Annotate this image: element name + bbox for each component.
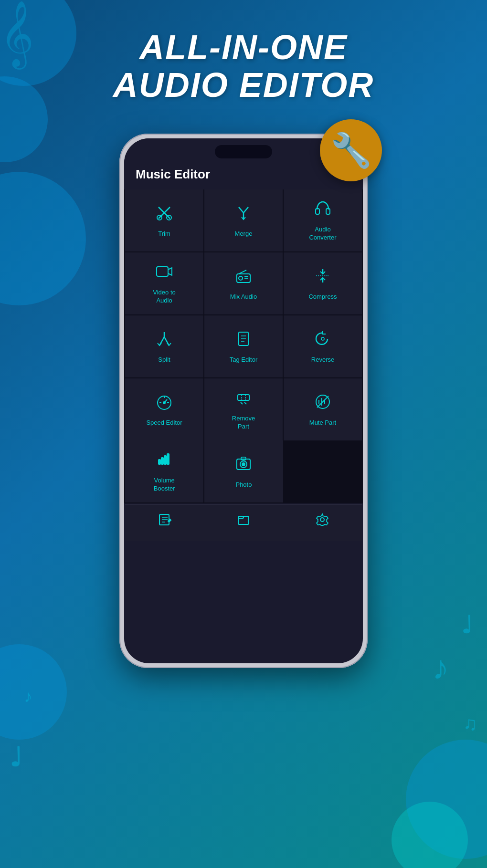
feature-tag-editor-label: Tag Editor [230,356,258,364]
svg-point-48 [242,463,245,466]
speed-icon [155,392,174,414]
tag-icon [234,329,253,351]
mute-icon [313,392,332,414]
feature-audio-converter-label: AudioConverter [309,226,336,242]
compress-icon [313,266,332,288]
wrench-badge: 🔧 [320,119,382,181]
feature-merge[interactable]: Merge [204,189,283,251]
music-note-4: ♩ [10,742,22,773]
svg-line-35 [241,402,243,404]
volume-icon [155,450,174,472]
bottom-nav [125,504,362,541]
scissors-icon [155,203,174,225]
merge-icon [234,203,253,225]
split-icon [155,329,174,351]
wrench-icon: 🔧 [330,131,372,170]
feature-compress[interactable]: Compress [284,252,362,314]
bg-decoration-4 [0,644,67,740]
svg-line-4 [239,207,244,213]
svg-line-36 [244,402,246,404]
photo-icon [234,454,253,476]
phone-notch [215,145,272,158]
feature-volume-booster[interactable]: VolumeBooster [125,440,203,502]
feature-remove-part-label: RemovePart [232,415,255,431]
svg-rect-43 [164,456,166,464]
nav-settings[interactable] [315,512,329,527]
svg-rect-9 [157,267,168,276]
music-note-5: ♪ [24,687,32,706]
feature-mix-audio-label: Mix Audio [230,293,257,301]
nav-edit[interactable] [158,512,172,527]
feature-mute-part-label: Mute Part [309,419,336,427]
svg-rect-42 [161,458,163,464]
feature-speed-editor[interactable]: Speed Editor [125,378,203,440]
svg-point-31 [163,402,165,404]
feature-mix-audio[interactable]: Mix Audio [204,252,283,314]
remove-part-icon [234,388,253,410]
phone-mockup: 🔧 Music Editor [119,134,368,668]
feature-grid: Trim Merge [124,189,363,440]
feature-speed-editor-label: Speed Editor [146,419,182,427]
feature-grid-partial: VolumeBooster Photo [124,440,363,503]
svg-point-11 [239,276,243,280]
radio-icon [234,266,253,288]
feature-merge-label: Merge [235,230,253,238]
music-note-2: ♪ [432,648,449,687]
feature-compress-label: Compress [308,293,337,301]
svg-rect-32 [238,395,249,400]
bg-decoration-3 [0,172,86,305]
feature-split-label: Split [158,356,170,364]
nav-files[interactable] [236,512,251,527]
feature-reverse-label: Reverse [311,356,334,364]
feature-video-audio-label: Video toAudio [153,289,175,305]
svg-point-55 [320,518,324,522]
feature-photo[interactable]: Photo [204,440,283,502]
feature-trim-label: Trim [158,230,170,238]
phone-inner: Music Editor Trim [124,138,363,663]
music-note-1: ♩ [461,611,473,639]
svg-rect-44 [167,454,169,464]
feature-photo-label: Photo [235,481,252,489]
feature-reverse[interactable]: Reverse [284,315,362,377]
feature-video-to-audio[interactable]: Video toAudio [125,252,203,314]
feature-remove-part[interactable]: RemovePart [204,378,283,440]
feature-trim[interactable]: Trim [125,189,203,251]
video-icon [155,262,174,284]
svg-line-14 [239,270,246,274]
svg-rect-45 [159,460,160,464]
feature-audio-converter[interactable]: AudioConverter [284,189,362,251]
reverse-icon [313,329,332,351]
svg-line-5 [244,207,248,213]
page-title: ALL-IN-ONE AUDIO EDITOR [0,29,487,104]
phone-outer: Music Editor Trim [119,134,368,668]
feature-volume-label: VolumeBooster [154,477,175,493]
headphones-icon [313,199,332,221]
feature-mute-part[interactable]: Mute Part [284,378,362,440]
feature-tag-editor[interactable]: Tag Editor [204,315,283,377]
feature-split[interactable]: Split [125,315,203,377]
app-title: Music Editor [136,167,210,181]
svg-point-25 [321,337,324,340]
music-note-3: ♫ [463,713,477,734]
